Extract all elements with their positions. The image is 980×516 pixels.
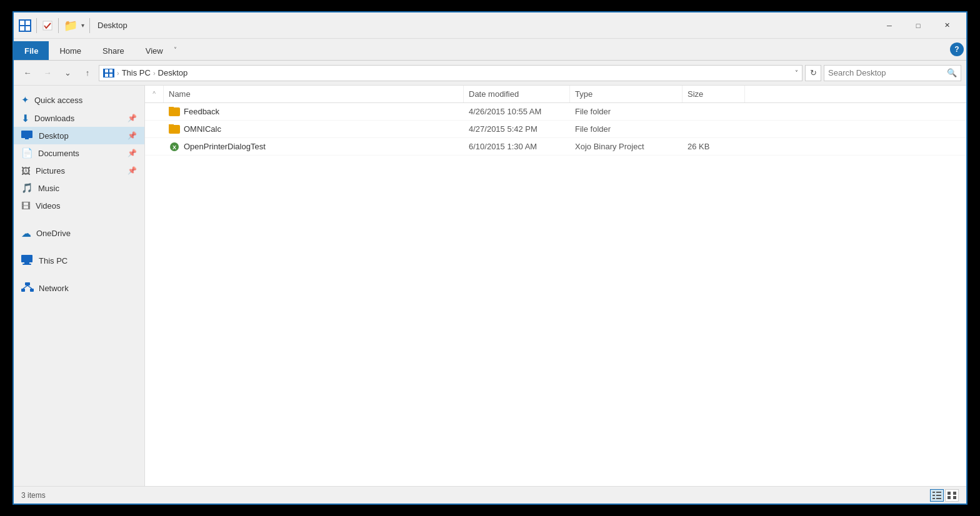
svg-rect-13 <box>22 264 31 265</box>
back-button[interactable]: ← <box>19 65 36 81</box>
pictures-pin-icon: 📌 <box>128 166 137 175</box>
svg-rect-10 <box>25 138 29 139</box>
svg-rect-0 <box>20 21 24 25</box>
main-content: ✦ Quick access ⬇ Downloads 📌 Desktop 📌 <box>14 86 966 486</box>
svg-rect-15 <box>21 289 25 292</box>
xojo-name-cell: X OpenPrinterDialogTest <box>164 141 464 152</box>
sidebar-item-music[interactable]: 🎵 Music <box>14 179 144 197</box>
onedrive-label: OneDrive <box>36 229 71 238</box>
svg-rect-7 <box>105 74 108 77</box>
file-list: ^ Name Date modified Type Size <box>145 86 966 486</box>
sidebar-item-thispc[interactable]: This PC <box>14 252 144 269</box>
tab-share[interactable]: Share <box>92 41 135 60</box>
col-header-type[interactable]: Type <box>570 86 682 102</box>
omnicalc-type-cell: File folder <box>570 124 682 134</box>
svg-rect-2 <box>20 26 24 31</box>
tab-file[interactable]: File <box>14 41 49 60</box>
sidebar-item-pictures[interactable]: 🖼 Pictures 📌 <box>14 162 144 179</box>
feedback-folder-icon <box>169 107 180 116</box>
file-row-feedback[interactable]: Feedback 4/26/2015 10:55 AM File folder <box>145 103 966 121</box>
view-buttons <box>930 489 959 502</box>
ribbon-expand-icon[interactable]: ˅ <box>174 46 177 53</box>
sidebar-item-onedrive[interactable]: ☁ OneDrive <box>14 224 144 242</box>
search-input[interactable] <box>828 68 947 77</box>
path-dropdown-arrow[interactable]: ˅ <box>795 69 798 76</box>
omnicalc-date-cell: 4/27/2015 5:42 PM <box>464 124 570 134</box>
col-header-name[interactable]: Name <box>164 86 464 102</box>
quick-access-label: Quick access <box>34 96 82 105</box>
network-icon <box>21 282 34 294</box>
up-button[interactable]: ↑ <box>79 65 96 81</box>
forward-button[interactable]: → <box>39 65 56 81</box>
xojo-type-cell: Xojo Binary Project <box>570 142 682 151</box>
svg-rect-11 <box>21 255 32 262</box>
svg-rect-28 <box>953 492 956 495</box>
nav-dropdown-button[interactable]: ⌄ <box>59 65 76 81</box>
sort-arrow-col[interactable]: ^ <box>145 86 164 102</box>
details-view-button[interactable] <box>930 489 944 502</box>
ribbon: File Home Share View ˅ ? <box>14 39 966 61</box>
large-icons-view-button[interactable] <box>945 489 959 502</box>
quick-toolbar-dropdown[interactable]: ▾ <box>81 22 84 29</box>
svg-rect-26 <box>936 498 941 499</box>
window-controls: ─ □ ✕ <box>875 16 961 35</box>
svg-rect-27 <box>948 492 951 495</box>
path-desktop[interactable]: Desktop <box>158 68 188 77</box>
pictures-icon: 🖼 <box>21 166 31 176</box>
search-box[interactable]: 🔍 <box>824 65 961 81</box>
maximize-button[interactable]: □ <box>904 16 932 35</box>
thispc-icon <box>21 255 34 267</box>
help-button[interactable]: ? <box>950 42 964 56</box>
col-header-size[interactable]: Size <box>682 86 745 102</box>
title-bar-left: 📁 ▾ Desktop <box>19 18 875 33</box>
music-icon: 🎵 <box>21 182 33 194</box>
tab-home[interactable]: Home <box>49 41 92 60</box>
minimize-button[interactable]: ─ <box>875 16 904 35</box>
omnicalc-folder-icon <box>169 125 180 134</box>
file-row-xojo[interactable]: X OpenPrinterDialogTest 6/10/2015 1:30 A… <box>145 138 966 156</box>
title-bar: 📁 ▾ Desktop ─ □ ✕ <box>14 12 966 39</box>
xojo-date-cell: 6/10/2015 1:30 AM <box>464 142 570 151</box>
col-header-date[interactable]: Date modified <box>464 86 570 102</box>
xojo-file-icon: X <box>169 141 180 152</box>
task-icon <box>42 20 53 31</box>
svg-text:X: X <box>172 144 176 151</box>
svg-rect-30 <box>953 496 956 499</box>
sidebar-item-videos[interactable]: 🎞 Videos <box>14 197 144 214</box>
tab-view[interactable]: View <box>135 41 174 60</box>
refresh-button[interactable]: ↻ <box>805 65 821 81</box>
svg-rect-14 <box>25 282 30 285</box>
downloads-pin-icon: 📌 <box>128 114 137 122</box>
sort-arrow-icon: ^ <box>152 91 156 97</box>
svg-rect-8 <box>109 74 112 77</box>
svg-rect-16 <box>30 289 34 292</box>
title-divider-3 <box>89 18 90 33</box>
sidebar-spacer-1 <box>14 214 144 224</box>
videos-label: Videos <box>36 201 61 211</box>
address-path[interactable]: › This PC › Desktop ˅ <box>99 65 802 81</box>
file-row-omnicalc[interactable]: OMNICalc 4/27/2015 5:42 PM File folder <box>145 121 966 138</box>
svg-line-18 <box>28 285 32 289</box>
svg-rect-6 <box>109 69 112 72</box>
path-separator-2: › <box>153 69 156 77</box>
path-thispc[interactable]: This PC <box>122 68 151 77</box>
svg-rect-1 <box>26 21 30 25</box>
file-list-header: ^ Name Date modified Type Size <box>145 86 966 103</box>
quick-access-header[interactable]: ✦ Quick access <box>14 91 144 109</box>
desktop-label: Desktop <box>39 131 69 141</box>
documents-label: Documents <box>38 149 79 158</box>
svg-line-17 <box>23 285 28 289</box>
svg-rect-29 <box>948 496 951 499</box>
close-button[interactable]: ✕ <box>932 16 961 35</box>
sidebar-item-desktop[interactable]: Desktop 📌 <box>14 127 144 144</box>
onedrive-icon: ☁ <box>21 227 31 239</box>
network-label: Network <box>39 284 69 293</box>
sidebar-spacer-2 <box>14 242 144 252</box>
status-items-count: 3 items <box>21 491 46 500</box>
desktop-pin-icon: 📌 <box>128 131 137 140</box>
sidebar-item-downloads[interactable]: ⬇ Downloads 📌 <box>14 109 144 127</box>
sidebar-item-network[interactable]: Network <box>14 279 144 297</box>
ribbon-tabs: File Home Share View ˅ ? <box>14 39 966 60</box>
sidebar-item-documents[interactable]: 📄 Documents 📌 <box>14 144 144 162</box>
feedback-date-cell: 4/26/2015 10:55 AM <box>464 107 570 116</box>
